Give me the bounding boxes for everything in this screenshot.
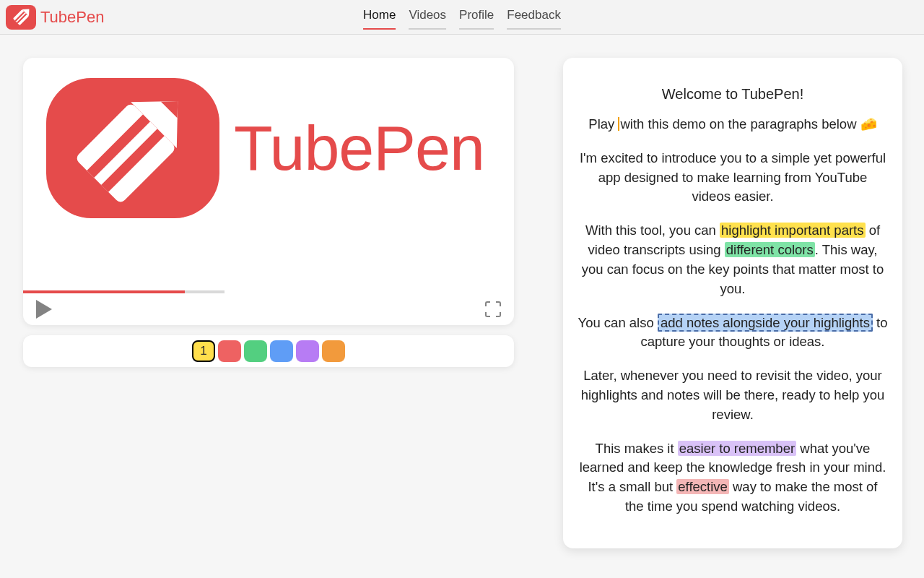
swatch-purple[interactable] xyxy=(296,340,319,362)
highlight-purple[interactable]: easier to remember xyxy=(678,441,796,456)
panel-p2[interactable]: With this tool, you can highlight import… xyxy=(578,221,888,298)
pencil-icon xyxy=(71,94,194,202)
panel-p3[interactable]: You can also add notes alongside your hi… xyxy=(578,314,888,353)
panel-p5[interactable]: This makes it easier to remember what yo… xyxy=(578,439,888,517)
brand-name: TubePen xyxy=(40,8,104,27)
panel-intro[interactable]: Play with this demo on the paragraphs be… xyxy=(578,115,888,134)
pencil-icon xyxy=(10,8,32,27)
panel-title: Welcome to TubePen! xyxy=(578,84,888,105)
play-icon[interactable] xyxy=(36,300,52,319)
nav-videos[interactable]: Videos xyxy=(409,5,446,30)
brand[interactable]: TubePen xyxy=(6,5,104,30)
swatch-yellow[interactable]: 1 xyxy=(192,340,215,362)
logo-icon xyxy=(6,5,36,30)
video-logo-icon xyxy=(46,78,219,218)
fullscreen-icon[interactable] xyxy=(485,301,501,317)
highlight-blue[interactable]: add notes alongside your highlights xyxy=(658,314,873,332)
main-nav: Home Videos Profile Feedback xyxy=(363,5,561,30)
panel-p4[interactable]: Later, whenever you need to revisit the … xyxy=(578,366,888,424)
swatch-orange[interactable] xyxy=(322,340,345,362)
video-brand-name: TubePen xyxy=(234,111,484,185)
video-card: TubePen xyxy=(23,58,514,325)
highlight-green[interactable]: different colors xyxy=(725,242,815,257)
swatch-red[interactable] xyxy=(218,340,241,362)
top-bar: TubePen Home Videos Profile Feedback xyxy=(0,0,924,35)
swatch-green[interactable] xyxy=(244,340,267,362)
color-swatch-bar: 1 xyxy=(23,335,514,367)
swatch-blue[interactable] xyxy=(270,340,293,362)
highlight-pink[interactable]: effective xyxy=(676,479,729,494)
nav-feedback[interactable]: Feedback xyxy=(507,5,561,30)
nav-home[interactable]: Home xyxy=(363,5,396,30)
nav-profile[interactable]: Profile xyxy=(459,5,494,30)
swatch-count: 1 xyxy=(200,344,206,358)
highlight-yellow[interactable]: highlight important parts xyxy=(720,223,865,238)
welcome-panel: Welcome to TubePen! Play with this demo … xyxy=(563,58,902,548)
panel-p1[interactable]: I'm excited to introduce you to a simple… xyxy=(578,149,888,207)
